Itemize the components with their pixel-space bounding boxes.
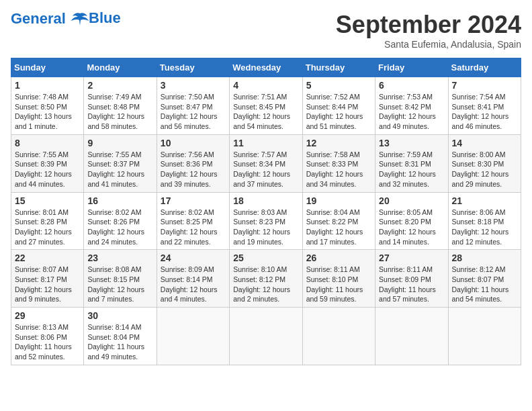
calendar-cell [302, 308, 375, 365]
calendar-cell: 17Sunrise: 8:02 AM Sunset: 8:25 PM Dayli… [157, 192, 229, 250]
weekday-header-friday: Friday [375, 58, 448, 77]
day-number: 6 [379, 80, 444, 91]
logo-bird-icon [71, 12, 89, 27]
day-info: Sunrise: 7:55 AM Sunset: 8:37 PM Dayligh… [87, 150, 152, 189]
week-row-1: 1Sunrise: 7:48 AM Sunset: 8:50 PM Daylig… [11, 77, 521, 135]
calendar-cell: 8Sunrise: 7:55 AM Sunset: 8:39 PM Daylig… [11, 134, 84, 192]
calendar-cell: 13Sunrise: 7:59 AM Sunset: 8:31 PM Dayli… [375, 134, 448, 192]
calendar-cell: 23Sunrise: 8:08 AM Sunset: 8:15 PM Dayli… [84, 250, 157, 308]
calendar-cell [230, 308, 302, 365]
day-info: Sunrise: 8:11 AM Sunset: 8:09 PM Dayligh… [379, 265, 444, 304]
day-number: 3 [161, 80, 226, 91]
calendar-cell: 16Sunrise: 8:02 AM Sunset: 8:26 PM Dayli… [84, 192, 157, 250]
calendar-cell: 10Sunrise: 7:56 AM Sunset: 8:36 PM Dayli… [157, 134, 229, 192]
day-number: 8 [15, 138, 80, 148]
day-number: 24 [161, 253, 226, 263]
day-info: Sunrise: 8:12 AM Sunset: 8:07 PM Dayligh… [452, 265, 517, 304]
day-info: Sunrise: 7:48 AM Sunset: 8:50 PM Dayligh… [15, 92, 80, 132]
calendar-cell: 1Sunrise: 7:48 AM Sunset: 8:50 PM Daylig… [11, 77, 84, 135]
day-number: 14 [452, 138, 517, 148]
calendar-cell: 28Sunrise: 8:12 AM Sunset: 8:07 PM Dayli… [448, 250, 521, 308]
day-number: 12 [306, 138, 371, 148]
calendar-cell: 9Sunrise: 7:55 AM Sunset: 8:37 PM Daylig… [84, 134, 157, 192]
calendar-cell: 26Sunrise: 8:11 AM Sunset: 8:10 PM Dayli… [302, 250, 375, 308]
day-info: Sunrise: 7:52 AM Sunset: 8:44 PM Dayligh… [306, 92, 371, 132]
week-row-2: 8Sunrise: 7:55 AM Sunset: 8:39 PM Daylig… [11, 134, 521, 192]
day-number: 26 [306, 253, 371, 263]
calendar-cell: 18Sunrise: 8:03 AM Sunset: 8:23 PM Dayli… [230, 192, 302, 250]
calendar-cell: 19Sunrise: 8:04 AM Sunset: 8:22 PM Dayli… [302, 192, 375, 250]
day-info: Sunrise: 8:07 AM Sunset: 8:17 PM Dayligh… [15, 265, 80, 304]
day-number: 16 [87, 195, 152, 206]
calendar-table: SundayMondayTuesdayWednesdayThursdayFrid… [11, 58, 521, 365]
day-info: Sunrise: 7:54 AM Sunset: 8:41 PM Dayligh… [452, 92, 517, 132]
day-info: Sunrise: 8:06 AM Sunset: 8:18 PM Dayligh… [452, 208, 517, 247]
day-number: 13 [379, 138, 444, 148]
week-row-3: 15Sunrise: 8:01 AM Sunset: 8:28 PM Dayli… [11, 192, 521, 250]
day-number: 7 [452, 80, 517, 91]
calendar-cell: 24Sunrise: 8:09 AM Sunset: 8:14 PM Dayli… [157, 250, 229, 308]
day-info: Sunrise: 7:50 AM Sunset: 8:47 PM Dayligh… [161, 92, 226, 132]
day-info: Sunrise: 7:59 AM Sunset: 8:31 PM Dayligh… [379, 150, 444, 189]
calendar-cell: 5Sunrise: 7:52 AM Sunset: 8:44 PM Daylig… [302, 77, 375, 135]
weekday-header-saturday: Saturday [448, 58, 521, 77]
week-row-5: 29Sunrise: 8:13 AM Sunset: 8:06 PM Dayli… [11, 308, 521, 365]
day-info: Sunrise: 8:13 AM Sunset: 8:06 PM Dayligh… [15, 322, 80, 362]
weekday-header-sunday: Sunday [11, 58, 84, 77]
calendar-cell: 20Sunrise: 8:05 AM Sunset: 8:20 PM Dayli… [375, 192, 448, 250]
calendar-cell: 11Sunrise: 7:57 AM Sunset: 8:34 PM Dayli… [230, 134, 302, 192]
calendar-cell: 25Sunrise: 8:10 AM Sunset: 8:12 PM Dayli… [230, 250, 302, 308]
day-number: 1 [15, 80, 80, 91]
location-subtitle: Santa Eufemia, Andalusia, Spain [336, 39, 521, 50]
month-title: September 2024 [336, 11, 521, 39]
logo-general: General [11, 10, 66, 27]
day-info: Sunrise: 8:03 AM Sunset: 8:23 PM Dayligh… [233, 208, 298, 247]
calendar-cell [375, 308, 448, 365]
day-info: Sunrise: 8:01 AM Sunset: 8:28 PM Dayligh… [15, 208, 80, 247]
day-info: Sunrise: 7:57 AM Sunset: 8:34 PM Dayligh… [233, 150, 298, 189]
calendar-cell [157, 308, 229, 365]
day-info: Sunrise: 8:04 AM Sunset: 8:22 PM Dayligh… [306, 208, 371, 247]
weekday-header-row: SundayMondayTuesdayWednesdayThursdayFrid… [11, 58, 521, 77]
weekday-header-wednesday: Wednesday [230, 58, 302, 77]
calendar-cell: 21Sunrise: 8:06 AM Sunset: 8:18 PM Dayli… [448, 192, 521, 250]
day-info: Sunrise: 8:10 AM Sunset: 8:12 PM Dayligh… [233, 265, 298, 304]
day-number: 10 [161, 138, 226, 148]
day-info: Sunrise: 7:49 AM Sunset: 8:48 PM Dayligh… [87, 92, 152, 132]
calendar-cell: 15Sunrise: 8:01 AM Sunset: 8:28 PM Dayli… [11, 192, 84, 250]
day-info: Sunrise: 8:11 AM Sunset: 8:10 PM Dayligh… [306, 265, 371, 304]
day-number: 28 [452, 253, 517, 263]
weekday-header-thursday: Thursday [302, 58, 375, 77]
day-info: Sunrise: 7:56 AM Sunset: 8:36 PM Dayligh… [161, 150, 226, 189]
logo-blue: Blue [89, 10, 121, 26]
day-number: 21 [452, 195, 517, 206]
day-number: 5 [306, 80, 371, 91]
calendar-cell: 6Sunrise: 7:53 AM Sunset: 8:42 PM Daylig… [375, 77, 448, 135]
day-info: Sunrise: 8:14 AM Sunset: 8:04 PM Dayligh… [87, 322, 152, 362]
day-number: 20 [379, 195, 444, 206]
day-number: 18 [233, 195, 298, 206]
calendar-cell [448, 308, 521, 365]
calendar-cell: 29Sunrise: 8:13 AM Sunset: 8:06 PM Dayli… [11, 308, 84, 365]
day-number: 2 [87, 80, 152, 91]
day-number: 22 [15, 253, 80, 263]
day-number: 19 [306, 195, 371, 206]
calendar-cell: 14Sunrise: 8:00 AM Sunset: 8:30 PM Dayli… [448, 134, 521, 192]
day-number: 17 [161, 195, 226, 206]
day-number: 25 [233, 253, 298, 263]
calendar-cell: 27Sunrise: 8:11 AM Sunset: 8:09 PM Dayli… [375, 250, 448, 308]
calendar-cell: 30Sunrise: 8:14 AM Sunset: 8:04 PM Dayli… [84, 308, 157, 365]
day-number: 4 [233, 80, 298, 91]
day-number: 30 [87, 310, 152, 321]
weekday-header-tuesday: Tuesday [157, 58, 229, 77]
day-number: 27 [379, 253, 444, 263]
day-info: Sunrise: 7:55 AM Sunset: 8:39 PM Dayligh… [15, 150, 80, 189]
day-info: Sunrise: 8:09 AM Sunset: 8:14 PM Dayligh… [161, 265, 226, 304]
calendar-cell: 4Sunrise: 7:51 AM Sunset: 8:45 PM Daylig… [230, 77, 302, 135]
day-info: Sunrise: 8:02 AM Sunset: 8:25 PM Dayligh… [161, 208, 226, 247]
calendar-cell: 12Sunrise: 7:58 AM Sunset: 8:33 PM Dayli… [302, 134, 375, 192]
day-info: Sunrise: 7:51 AM Sunset: 8:45 PM Dayligh… [233, 92, 298, 132]
day-number: 23 [87, 253, 152, 263]
calendar-cell: 3Sunrise: 7:50 AM Sunset: 8:47 PM Daylig… [157, 77, 229, 135]
header: General Blue September 2024 Santa Eufemi… [11, 11, 521, 50]
